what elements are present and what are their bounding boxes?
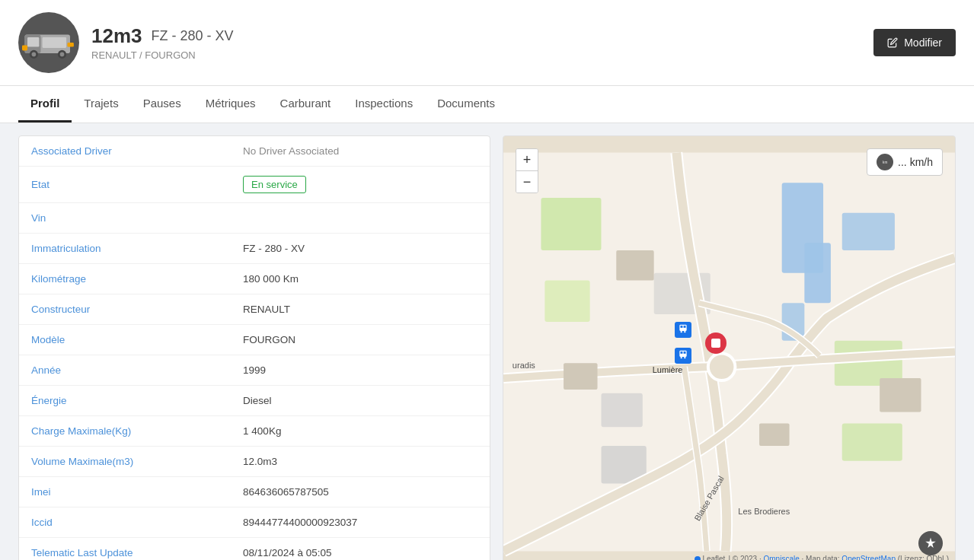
- profile-field-value: No Driver Associated: [231, 136, 490, 167]
- profile-field-label: Vin: [19, 203, 231, 234]
- svg-rect-3: [43, 37, 67, 48]
- vehicle-marker: [705, 332, 727, 354]
- profile-field-label: Année: [19, 355, 231, 386]
- tab-documents[interactable]: Documents: [425, 86, 507, 123]
- profile-row: Associated DriverNo Driver Associated: [19, 136, 490, 167]
- vehicle-name: 12m3: [91, 24, 142, 48]
- map-panel: + − km ... km/h uradis Les Brodieres Rue…: [503, 135, 956, 560]
- tab-inspections[interactable]: Inspections: [343, 86, 425, 123]
- bus-icon-1: [678, 323, 688, 334]
- compass-button[interactable]: [918, 531, 943, 555]
- omniscale-link[interactable]: Omniscale: [764, 555, 800, 560]
- vehicle-subtitle: RENAULT / FOURGON: [91, 49, 234, 61]
- vehicle-avatar: [18, 12, 79, 73]
- map-attribution: Leaflet | © 2023 · Omniscale · Map data:…: [695, 555, 949, 560]
- svg-rect-20: [601, 393, 642, 427]
- profile-row: Telematic Last Update08/11/2024 à 05:05: [19, 538, 490, 561]
- profile-field-label: Kilométrage: [19, 264, 231, 294]
- profile-field-value: FOURGON: [231, 325, 490, 355]
- compass-icon: [924, 536, 937, 550]
- profile-field-value: Diesel: [231, 386, 490, 416]
- profile-row: Année1999: [19, 355, 490, 386]
- profile-row: ConstructeurRENAULT: [19, 294, 490, 325]
- svg-point-5: [32, 52, 37, 57]
- svg-rect-26: [616, 250, 653, 281]
- profile-field-label: Modèle: [19, 325, 231, 355]
- profile-row: Charge Maximale(Kg)1 400Kg: [19, 416, 490, 447]
- svg-point-22: [708, 353, 736, 380]
- svg-point-37: [681, 357, 682, 358]
- profile-field-value: [231, 203, 490, 234]
- svg-rect-30: [681, 326, 683, 328]
- profile-row: ImmatriculationFZ - 280 - XV: [19, 234, 490, 264]
- profile-field-label: Associated Driver: [19, 136, 231, 167]
- edit-icon: [887, 37, 898, 48]
- svg-point-38: [684, 357, 685, 358]
- profile-field-value: FZ - 280 - XV: [231, 234, 490, 264]
- speed-value: ... km/h: [898, 156, 933, 168]
- attribution-text: | © 2023 · Omniscale · Map data: OpenStr…: [728, 555, 949, 560]
- vehicle-marker-inner: [711, 339, 720, 348]
- svg-rect-23: [564, 363, 597, 390]
- profile-field-label: Iccid: [19, 508, 231, 538]
- osm-link[interactable]: OpenStreetMap: [841, 555, 896, 560]
- profile-field-label: Immatriculation: [19, 234, 231, 264]
- leaflet-logo: Leaflet: [695, 555, 725, 560]
- profile-table: Associated DriverNo Driver AssociatedEta…: [19, 136, 490, 560]
- zoom-out-button[interactable]: −: [516, 171, 538, 192]
- profile-field-label: Charge Maximale(Kg): [19, 416, 231, 447]
- svg-rect-11: [541, 198, 601, 250]
- tab-carburant[interactable]: Carburant: [268, 86, 343, 123]
- profile-field-label: Volume Maximale(m3): [19, 447, 231, 477]
- svg-rect-18: [842, 423, 902, 460]
- map-zoom-controls: + −: [516, 148, 538, 193]
- profile-field-label: Imei: [19, 477, 231, 508]
- svg-rect-35: [681, 352, 683, 354]
- profile-row: Kilométrage180 000 Km: [19, 264, 490, 294]
- profile-row: Volume Maximale(m3)12.0m3: [19, 447, 490, 477]
- map-background: [503, 136, 955, 560]
- header-left: 12m3 FZ - 280 - XV RENAULT / FOURGON: [18, 12, 234, 73]
- vehicle-info: 12m3 FZ - 280 - XV RENAULT / FOURGON: [91, 24, 234, 61]
- profile-row: ModèleFOURGON: [19, 325, 490, 355]
- profile-field-value: 864636065787505: [231, 477, 490, 508]
- bus-stop-2: [675, 348, 691, 364]
- bus-stop-1: [675, 322, 691, 338]
- tab-metriques[interactable]: Métriques: [193, 86, 268, 123]
- profile-row: ÉnergieDiesel: [19, 386, 490, 416]
- tab-trajets[interactable]: Trajets: [72, 86, 130, 123]
- tab-pauses[interactable]: Pauses: [131, 86, 193, 123]
- zoom-in-button[interactable]: +: [516, 149, 538, 170]
- profile-field-value: 08/11/2024 à 05:05: [231, 538, 490, 561]
- profile-field-value: En service: [231, 167, 490, 203]
- profile-row: EtatEn service: [19, 167, 490, 203]
- van-image: [22, 24, 75, 62]
- svg-rect-36: [684, 352, 686, 354]
- modifier-button[interactable]: Modifier: [873, 29, 956, 56]
- profile-field-value: 1999: [231, 355, 490, 386]
- profile-row: Iccid89444774400000923037: [19, 508, 490, 538]
- tabs-bar: Profil Trajets Pauses Métriques Carburan…: [0, 86, 974, 123]
- svg-rect-2: [27, 37, 39, 47]
- svg-point-7: [60, 52, 65, 57]
- header: 12m3 FZ - 280 - XV RENAULT / FOURGON Mod…: [0, 0, 974, 86]
- profile-field-label: Etat: [19, 167, 231, 203]
- tab-profil[interactable]: Profil: [18, 86, 72, 123]
- profile-field-label: Telematic Last Update: [19, 538, 231, 561]
- speedometer-icon: km: [880, 157, 890, 167]
- profile-panel: Associated DriverNo Driver AssociatedEta…: [18, 135, 490, 560]
- svg-rect-24: [759, 423, 790, 446]
- speed-badge: km ... km/h: [867, 148, 943, 176]
- main-content: Associated DriverNo Driver AssociatedEta…: [0, 123, 974, 560]
- svg-rect-16: [842, 213, 895, 250]
- profile-field-value: RENAULT: [231, 294, 490, 325]
- svg-rect-12: [544, 281, 589, 322]
- profile-field-value: 180 000 Km: [231, 264, 490, 294]
- speed-icon: km: [877, 154, 893, 170]
- profile-row: Vin: [19, 203, 490, 234]
- profile-field-label: Constructeur: [19, 294, 231, 325]
- bus-icon-2: [678, 349, 688, 360]
- profile-row: Imei864636065787505: [19, 477, 490, 508]
- profile-field-value: 89444774400000923037: [231, 508, 490, 538]
- leaflet-dot: [695, 556, 701, 561]
